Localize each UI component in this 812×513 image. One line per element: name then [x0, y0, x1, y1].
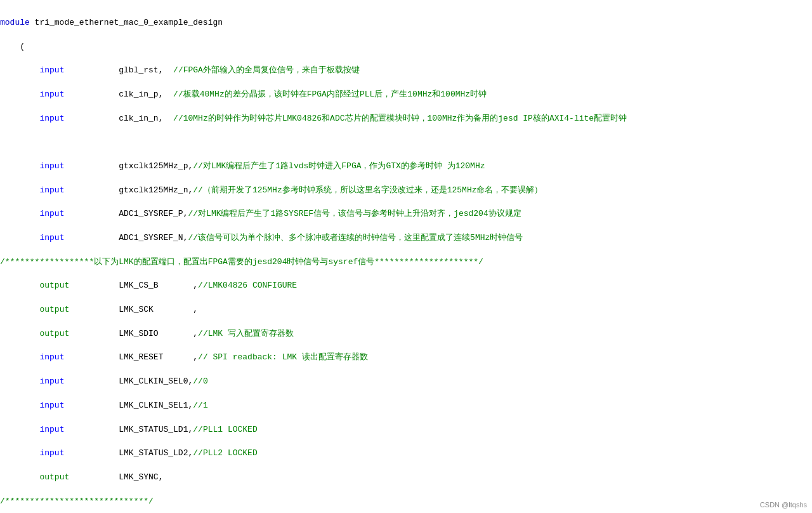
line-10: input ADC1_SYSREF_N,//该信号可以为单个脉冲、多个脉冲或者连… — [0, 232, 812, 244]
line-17: input LMK_CLKIN_SEL1,//1 — [0, 400, 812, 412]
line-20: output LMK_SYNC, — [0, 472, 812, 484]
line-2: ( — [0, 41, 812, 53]
line-21: /*****************************/ — [0, 496, 812, 508]
kw-input: input — [39, 90, 64, 99]
line-13: output LMK_SCK , — [0, 304, 812, 316]
kw-output: output — [39, 329, 69, 338]
footer-site: CSDN — [760, 501, 782, 509]
footer: CSDN @ltqshs — [760, 500, 807, 510]
kw-input: input — [39, 425, 64, 434]
line-1: module tri_mode_ethernet_mac_0_example_d… — [0, 17, 812, 29]
line-9: input ADC1_SYSREF_P,//对LMK编程后产生了1路SYSREF… — [0, 208, 812, 220]
kw-input: input — [39, 161, 64, 171]
line-7: input gtxclk125MHz_p,//对LMK编程后产生了1路lvds时… — [0, 161, 812, 173]
kw-input: input — [39, 185, 64, 195]
line-3: input glbl_rst, //FPGA外部输入的全局复位信号，来自于板载按… — [0, 65, 812, 77]
line-16: input LMK_CLKIN_SEL0,//0 — [0, 376, 812, 388]
line-11: /******************以下为LMK的配置端口，配置出FPGA需要… — [0, 256, 812, 269]
kw-input: input — [39, 448, 64, 458]
line-5: input clk_in_n, //10MHz的时钟作为时钟芯片LMK04826… — [0, 113, 812, 125]
line-14: output LMK_SDIO ,//LMK 写入配置寄存器数 — [0, 328, 812, 340]
kw-input: input — [39, 233, 64, 243]
line-4: input clk_in_p, //板载40MHz的差分晶振，该时钟在FPGA内… — [0, 89, 812, 101]
kw-output: output — [39, 281, 69, 290]
keyword-module: module — [0, 18, 30, 27]
kw-input: input — [39, 65, 64, 75]
line-18: input LMK_STATUS_LD1,//PLL1 LOCKED — [0, 424, 812, 436]
line-15: input LMK_RESET ,// SPI readback: LMK 读出… — [0, 352, 812, 364]
kw-output: output — [39, 472, 69, 482]
line-12: output LMK_CS_B ,//LMK04826 CONFIGURE — [0, 280, 812, 292]
kw-input: input — [39, 114, 64, 123]
kw-input: input — [39, 376, 64, 386]
footer-user: @ltqshs — [782, 501, 807, 509]
line-6 — [0, 137, 812, 149]
code-editor: module tri_mode_ethernet_mac_0_example_d… — [0, 0, 812, 513]
kw-input: input — [39, 352, 64, 362]
kw-input: input — [39, 209, 64, 218]
kw-output: output — [39, 305, 69, 314]
line-19: input LMK_STATUS_LD2,//PLL2 LOCKED — [0, 448, 812, 460]
kw-input: input — [39, 401, 64, 410]
line-8: input gtxclk125MHz_n,//（前期开发了125MHz参考时钟系… — [0, 185, 812, 197]
